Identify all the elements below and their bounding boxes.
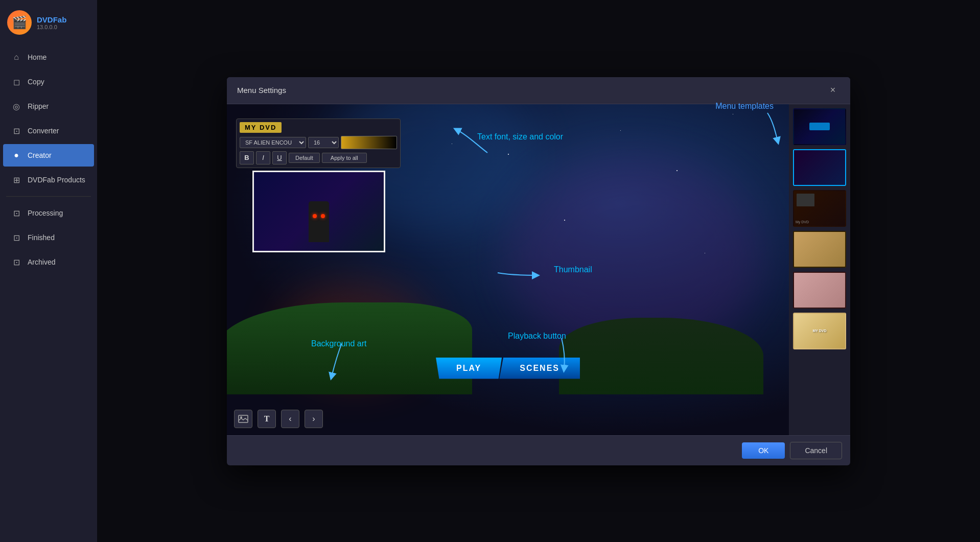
default-button[interactable]: Default (289, 153, 320, 163)
preview-area: MY DVD SF ALIEN ENCOU 16 B (227, 104, 789, 435)
dvd-title[interactable]: MY DVD (240, 122, 282, 133)
bold-button[interactable]: B (240, 151, 254, 164)
annotation-menu-templates: Menu templates (715, 102, 774, 111)
apply-all-button[interactable]: Apply to all (322, 153, 367, 163)
sidebar-item-label: Ripper (28, 102, 49, 110)
font-format-row: SF ALIEN ENCOU 16 (240, 136, 397, 149)
ok-button[interactable]: OK (742, 442, 785, 459)
menu-settings-modal: Menu Settings × (227, 77, 850, 465)
italic-button[interactable]: I (256, 151, 270, 164)
modal-body: MY DVD SF ALIEN ENCOU 16 B (227, 104, 850, 435)
converter-icon: ⊡ (11, 126, 21, 136)
color-picker[interactable] (341, 136, 397, 149)
copy-icon: ◻ (11, 77, 21, 87)
template-thumb-3[interactable]: My DVD (793, 190, 846, 227)
creator-icon: ● (11, 150, 21, 160)
eye-left (313, 214, 317, 218)
sidebar-item-converter[interactable]: ⊡ Converter (3, 120, 94, 142)
home-icon: ⌂ (11, 52, 21, 62)
font-style-row: B I U Default Apply to all (240, 151, 397, 164)
playback-buttons: PLAY SCENES (436, 358, 580, 379)
thumbnail-figure (298, 181, 339, 242)
app-icon: 🎬 (7, 10, 32, 35)
sidebar-item-finished[interactable]: ⊡ Finished (3, 226, 94, 249)
sidebar: 🎬 DVDFab 13.0.0.0 ⌂ Home ◻ Copy ◎ Ripper… (0, 0, 97, 542)
logo-text-area: DVDFab 13.0.0.0 (37, 15, 66, 30)
sidebar-item-dvdfab-products[interactable]: ⊞ DVDFab Products (3, 169, 94, 191)
cancel-button[interactable]: Cancel (790, 442, 842, 459)
sidebar-item-label: DVDFab Products (28, 176, 85, 184)
thumbnail-preview (252, 171, 385, 252)
play-button[interactable]: PLAY (436, 358, 502, 379)
processing-icon: ⊡ (11, 208, 21, 218)
landscape (227, 292, 789, 394)
image-icon (238, 415, 248, 423)
modal-close-button[interactable]: × (826, 83, 840, 98)
font-size-select[interactable]: 16 (308, 137, 339, 148)
next-button[interactable]: › (305, 410, 323, 428)
bottom-toolbar: T ‹ › (234, 410, 323, 428)
sidebar-item-label: Processing (28, 209, 63, 217)
font-family-select[interactable]: SF ALIEN ENCOU (240, 137, 306, 148)
app-version: 13.0.0.0 (37, 24, 66, 30)
text-icon: T (264, 414, 270, 423)
sidebar-item-creator[interactable]: ● Creator (3, 144, 94, 167)
figure-eyes (313, 214, 325, 218)
scenes-button[interactable]: SCENES (499, 358, 580, 379)
prev-button[interactable]: ‹ (281, 410, 299, 428)
template-thumb-2[interactable] (793, 149, 846, 186)
ripper-icon: ◎ (11, 101, 21, 111)
underline-button[interactable]: U (272, 151, 287, 164)
app-logo-area: 🎬 DVDFab 13.0.0.0 (0, 5, 97, 45)
sidebar-item-label: Creator (28, 151, 52, 159)
sidebar-item-label: Converter (28, 127, 59, 135)
hill-left (227, 302, 472, 394)
modal-overlay: Menu Settings × (97, 0, 980, 542)
sidebar-divider (6, 196, 91, 197)
brand-name: DVDFab (37, 15, 66, 24)
modal-header: Menu Settings × (227, 77, 850, 104)
sidebar-item-ripper[interactable]: ◎ Ripper (3, 95, 94, 117)
template-thumb-1[interactable] (793, 108, 846, 145)
background-art-button[interactable] (234, 410, 252, 428)
sidebar-item-copy[interactable]: ◻ Copy (3, 70, 94, 93)
hill-right (559, 318, 763, 394)
modal-title: Menu Settings (237, 86, 286, 95)
template-thumb-6[interactable]: MY DVD (793, 313, 846, 349)
sidebar-item-home[interactable]: ⌂ Home (3, 46, 94, 68)
archived-icon: ⊡ (11, 257, 21, 267)
sidebar-item-label: Finished (28, 233, 55, 242)
template-thumb-5[interactable] (793, 272, 846, 309)
sidebar-item-label: Archived (28, 258, 55, 266)
thumbnail-content (254, 172, 384, 251)
chevron-left-icon: ‹ (289, 414, 291, 423)
font-toolbar: MY DVD SF ALIEN ENCOU 16 B (236, 119, 401, 168)
dvdfab-products-icon: ⊞ (11, 175, 21, 185)
sidebar-item-processing[interactable]: ⊡ Processing (3, 202, 94, 224)
text-button[interactable]: T (258, 410, 276, 428)
chevron-right-icon: › (312, 414, 315, 423)
finished-icon: ⊡ (11, 232, 21, 243)
modal-footer: OK Cancel (227, 435, 850, 465)
template-thumb-4[interactable] (793, 231, 846, 268)
templates-panel: My DVD MY DVD (789, 104, 850, 435)
main-content: Menu Settings × (97, 0, 980, 542)
sidebar-item-label: Home (28, 53, 46, 61)
figure-body (309, 201, 329, 242)
sidebar-item-label: Copy (28, 78, 44, 86)
eye-right (321, 214, 325, 218)
sidebar-item-archived[interactable]: ⊡ Archived (3, 251, 94, 273)
